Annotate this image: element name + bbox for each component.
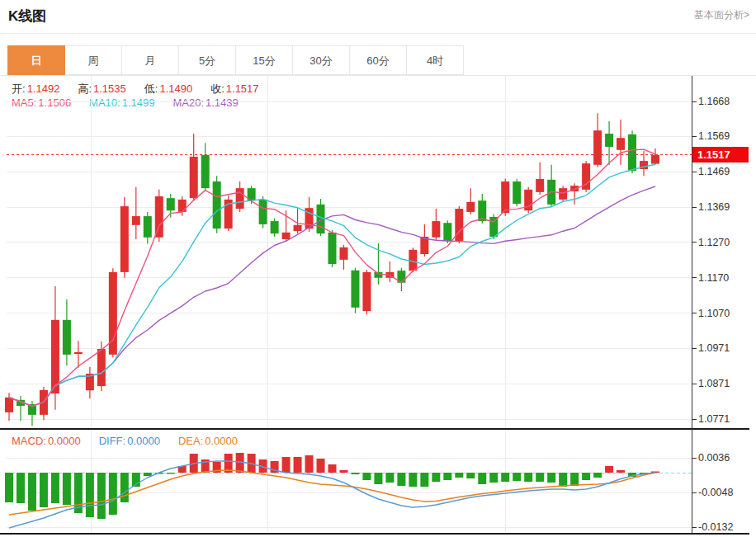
y-axis-label: 1.1170 xyxy=(698,271,749,285)
y-axis-label: 1.0871 xyxy=(698,377,749,390)
y-axis-label: 1.1270 xyxy=(698,236,749,249)
y-axis-label: 1.1569 xyxy=(698,130,749,143)
y-axis-label: -0.0132 xyxy=(698,521,749,534)
y-axis-label: 1.0971 xyxy=(698,342,749,355)
y-axis-label: 1.1469 xyxy=(698,165,749,178)
y-axis-label: 1.1369 xyxy=(698,200,749,214)
y-axis-label: 1.1668 xyxy=(698,95,749,108)
tab-day[interactable]: 日 xyxy=(7,45,65,75)
y-axis-label: 0.0036 xyxy=(698,451,749,464)
candlestick-chart[interactable] xyxy=(0,0,756,537)
kline-widget: K线图 基本面分析> 日周月5分15分30分60分4时 开:1.1492高:1.… xyxy=(0,0,756,537)
y-axis-label: 1.1070 xyxy=(698,307,749,320)
y-axis-label: 1.0771 xyxy=(698,412,749,426)
y-axis-label: -0.0048 xyxy=(698,486,749,499)
last-price-badge: 1.1517 xyxy=(692,147,749,163)
